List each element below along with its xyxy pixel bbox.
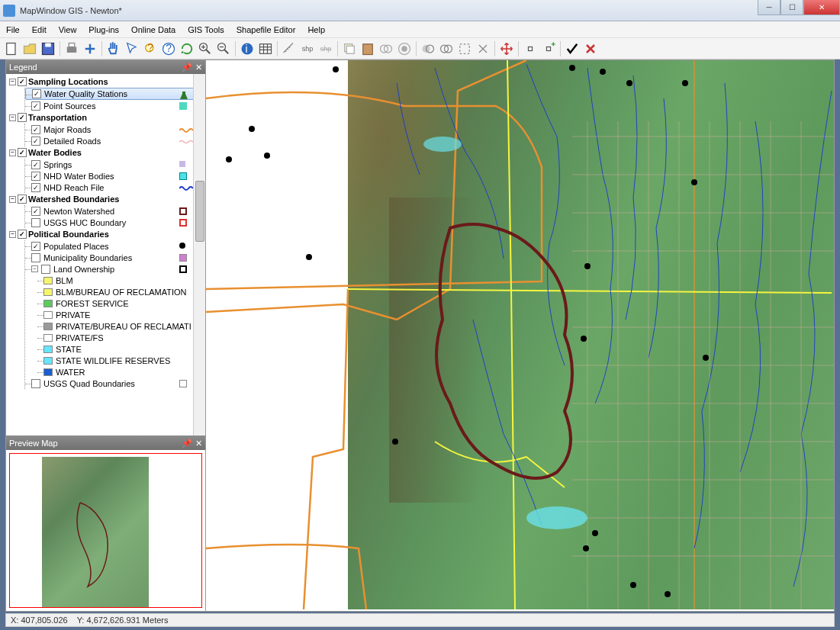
extent-button[interactable] [456, 40, 473, 57]
sublayer-item[interactable]: WATER [37, 366, 204, 378]
layer-item[interactable]: USGS HUC Boundary [25, 217, 204, 228]
sublayer-item[interactable]: FOREST SERVICE [37, 297, 204, 309]
layer-item[interactable]: NHD Water Bodies [25, 170, 204, 182]
checkbox[interactable] [31, 218, 40, 227]
intersect-button[interactable] [438, 40, 455, 57]
save-button[interactable] [40, 40, 56, 57]
sublayer-item[interactable]: STATE WILDLIFE RESERVES [37, 355, 204, 366]
checkbox[interactable] [32, 89, 41, 98]
checkbox[interactable] [18, 113, 27, 122]
sublayer-item[interactable]: PRIVATE [37, 309, 204, 320]
layer-item[interactable]: USGS Quad Boundaries [25, 378, 204, 389]
buffer-button[interactable] [396, 40, 413, 57]
layer-item[interactable]: Major Roads [25, 124, 204, 135]
group-label[interactable]: Sampling Locations [28, 77, 108, 86]
scrollbar[interactable] [193, 74, 205, 436]
move-button[interactable] [498, 40, 515, 57]
pin-icon[interactable]: 📌 [182, 439, 192, 448]
sublayer-item[interactable]: PRIVATE/FS [37, 332, 204, 343]
menu-help[interactable]: Help [307, 25, 325, 34]
layer-item[interactable]: Municipality Boundaries [25, 252, 204, 263]
layer-item[interactable]: Point Sources [25, 100, 204, 111]
checkbox[interactable] [31, 160, 40, 169]
cancel-button[interactable] [582, 40, 599, 57]
zoom-out-button[interactable] [215, 40, 232, 57]
layer-item[interactable]: Water Quality Stations [25, 88, 204, 100]
checkbox[interactable] [18, 230, 27, 239]
group-label[interactable]: Political Boundaries [28, 230, 109, 239]
union-button[interactable] [378, 40, 394, 57]
menu-gistools[interactable]: GIS Tools [188, 25, 224, 34]
layer-item[interactable]: NHD Reach File [25, 182, 204, 193]
map-viewport[interactable] [206, 60, 834, 611]
check-button[interactable] [564, 40, 581, 57]
open-button[interactable] [21, 40, 38, 57]
checkbox[interactable] [31, 207, 40, 216]
measure-button[interactable] [281, 40, 298, 57]
sublayer-item[interactable]: BLM [37, 275, 204, 286]
rem-shp-button[interactable]: shp [317, 40, 334, 57]
add-layer-button[interactable] [82, 40, 98, 57]
clip-button[interactable] [420, 40, 436, 57]
print-button[interactable] [63, 40, 80, 57]
node-button[interactable] [522, 40, 539, 57]
maximize-button[interactable]: ☐ [780, 0, 803, 15]
checkbox[interactable] [31, 183, 40, 192]
expand-icon[interactable]: − [9, 114, 16, 121]
pin-icon[interactable]: 📌 [182, 63, 192, 72]
scrollbar-thumb[interactable] [195, 181, 204, 242]
preview-map[interactable] [6, 450, 205, 611]
select-button[interactable] [124, 40, 140, 57]
checkbox[interactable] [18, 148, 27, 157]
expand-icon[interactable]: − [31, 265, 38, 272]
checkbox[interactable] [18, 194, 27, 204]
menu-onlinedata[interactable]: Online Data [131, 25, 175, 34]
checkbox[interactable] [31, 379, 40, 388]
layer-item[interactable]: Springs [25, 159, 204, 170]
pan-button[interactable] [105, 40, 122, 57]
checkbox[interactable] [31, 242, 40, 251]
menu-shapefile[interactable]: Shapefile Editor [237, 25, 296, 34]
sublayer-item[interactable]: BLM/BUREAU OF RECLAMATION [37, 286, 204, 297]
paste-button[interactable] [359, 40, 376, 57]
minimize-button[interactable]: ─ [758, 0, 780, 15]
close-panel-icon[interactable]: ✕ [195, 439, 202, 448]
sublayer-item[interactable]: PRIVATE/BUREAU OF RECLAMATI [37, 320, 204, 332]
group-label[interactable]: Transportation [28, 113, 87, 122]
copy-button[interactable] [341, 40, 358, 57]
new-button[interactable] [3, 40, 20, 57]
checkbox[interactable] [31, 125, 40, 134]
layer-item[interactable]: Detailed Roads [25, 135, 204, 146]
expand-icon[interactable]: − [9, 231, 16, 238]
checkbox[interactable] [31, 101, 40, 111]
close-button[interactable]: ✕ [803, 0, 840, 15]
sublayer-item[interactable]: STATE [37, 343, 204, 355]
group-label[interactable]: Water Bodies [28, 148, 82, 157]
group-label[interactable]: Watershed Boundaries [28, 194, 119, 204]
add-shp-button[interactable]: shp [299, 40, 316, 57]
table-button[interactable] [257, 40, 274, 57]
layer-item[interactable]: −Land Ownership [25, 263, 204, 275]
close-panel-icon[interactable]: ✕ [195, 63, 202, 72]
zoom-in-button[interactable] [197, 40, 214, 57]
checkbox[interactable] [31, 172, 40, 181]
expand-icon[interactable]: − [9, 149, 16, 156]
menu-plugins[interactable]: Plug-ins [89, 25, 119, 34]
menu-edit[interactable]: Edit [32, 25, 47, 34]
layer-item[interactable]: Populated Places [25, 240, 204, 252]
legend-tree[interactable]: −Sampling LocationsWater Quality Station… [6, 74, 205, 436]
refresh-button[interactable] [179, 40, 195, 57]
checkbox[interactable] [31, 137, 40, 146]
redraw-button[interactable] [475, 40, 491, 57]
checkbox[interactable] [18, 77, 27, 86]
add-node-button[interactable] [540, 40, 557, 57]
checkbox[interactable] [41, 265, 50, 274]
layer-item[interactable]: Newton Watershed [25, 205, 204, 217]
help-button[interactable]: ? [160, 40, 177, 57]
expand-icon[interactable]: − [9, 196, 16, 203]
checkbox[interactable] [31, 253, 40, 262]
expand-icon[interactable]: − [9, 79, 16, 85]
identify-button[interactable]: ? [142, 40, 159, 57]
menu-view[interactable]: View [59, 25, 77, 34]
info-button[interactable]: i [239, 40, 256, 57]
